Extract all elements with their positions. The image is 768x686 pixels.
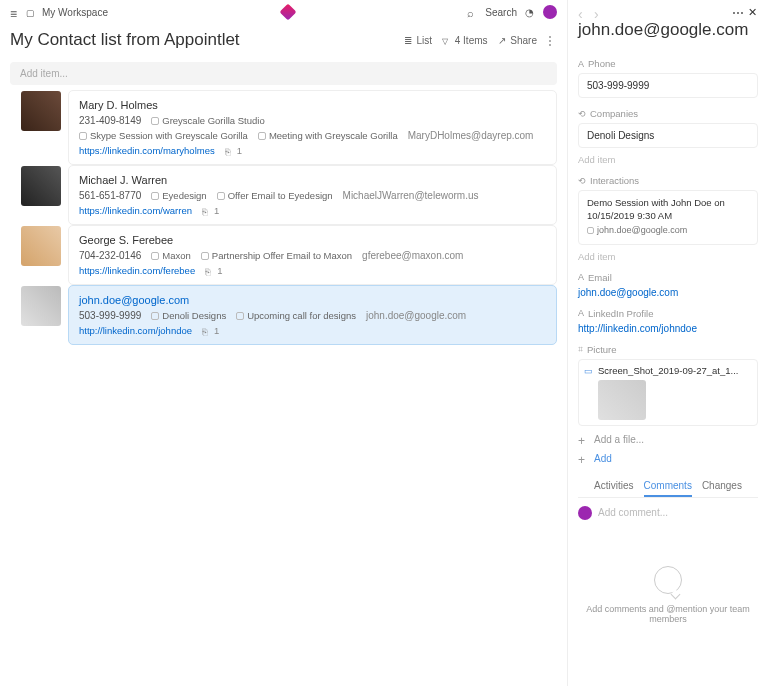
user-avatar[interactable] xyxy=(543,5,557,19)
attachment-badge: 1 xyxy=(225,145,242,156)
share-button[interactable]: Share xyxy=(498,35,537,46)
tab-activities[interactable]: Activities xyxy=(594,480,633,497)
contact-company: Greyscale Gorilla Studio xyxy=(151,115,264,126)
avatar xyxy=(21,91,61,131)
contact-linkedin[interactable]: https://linkedin.com/maryholmes xyxy=(79,145,215,156)
contact-event: Upcoming call for designs xyxy=(236,310,356,321)
interaction-text: Demo Session with John Doe on 10/15/2019… xyxy=(587,197,749,222)
empty-comments-text: Add comments and @mention your team memb… xyxy=(578,604,758,624)
picture-filename: Screen_Shot_2019-09-27_at_1... xyxy=(598,365,739,376)
field-label-interactions: ⟲Interactions xyxy=(578,175,758,186)
plus-icon xyxy=(578,453,588,463)
contact-linkedin[interactable]: https://linkedin.com/ferebee xyxy=(79,265,195,276)
contact-email: MaryDHolmes@dayrep.com xyxy=(408,130,534,141)
interaction-field[interactable]: Demo Session with John Doe on 10/15/2019… xyxy=(578,190,758,244)
contact-linkedin[interactable]: http://linkedin.com/johndoe xyxy=(79,325,192,336)
comment-bubble-icon xyxy=(654,566,682,594)
empty-comments: Add comments and @mention your team memb… xyxy=(578,556,758,624)
contact-name: Michael J. Warren xyxy=(79,174,546,186)
detail-tabs: Activities Comments Changes xyxy=(578,480,758,498)
email-field[interactable]: john.doe@google.com xyxy=(578,287,758,298)
attachment-badge: 1 xyxy=(202,325,219,336)
contact-event: Partnership Offer Email to Maxon xyxy=(201,250,352,261)
view-list[interactable]: List xyxy=(404,35,432,46)
attachment-badge: 1 xyxy=(202,205,219,216)
field-label-linkedin: ALinkedIn Profile xyxy=(578,308,758,319)
bell-icon[interactable] xyxy=(525,7,535,17)
phone-field[interactable]: 503-999-9999 xyxy=(578,73,758,98)
add-property-button[interactable]: Add xyxy=(578,453,758,464)
company-field[interactable]: Denoli Designs xyxy=(578,123,758,148)
contact-email: john.doe@google.com xyxy=(366,310,466,321)
avatar xyxy=(21,286,61,326)
contact-event: Offer Email to Eyedesign xyxy=(217,190,333,201)
field-label-phone: APhone xyxy=(578,58,758,69)
tab-changes[interactable]: Changes xyxy=(702,480,742,497)
page-title: My Contact list from Appointlet xyxy=(10,30,404,50)
contact-name: Mary D. Holmes xyxy=(79,99,546,111)
plus-icon xyxy=(578,434,588,444)
tab-comments[interactable]: Comments xyxy=(644,480,692,497)
close-icon[interactable] xyxy=(748,6,758,16)
prev-icon[interactable] xyxy=(578,6,588,16)
contact-email: gferebee@maxon.com xyxy=(362,250,463,261)
more-icon[interactable] xyxy=(547,35,557,45)
contact-card[interactable]: Mary D. Holmes 231-409-8149 Greyscale Go… xyxy=(68,90,557,165)
picture-field[interactable]: Screen_Shot_2019-09-27_at_1... xyxy=(578,359,758,426)
avatar xyxy=(21,166,61,206)
contact-name: john.doe@google.com xyxy=(79,294,546,306)
menu-icon[interactable] xyxy=(10,7,20,17)
linkedin-field[interactable]: http://linkedin.com/johndoe xyxy=(578,323,758,334)
commenter-avatar xyxy=(578,506,592,520)
add-company[interactable]: Add item xyxy=(578,154,758,165)
contact-card[interactable]: Michael J. Warren 561-651-8770 Eyedesign… xyxy=(68,165,557,225)
add-item-input[interactable]: Add item... xyxy=(10,62,557,85)
picture-thumbnail xyxy=(598,380,646,420)
next-icon[interactable] xyxy=(594,6,604,16)
folder-icon xyxy=(26,7,36,17)
detail-title: john.doe@google.com xyxy=(578,20,758,40)
search-label[interactable]: Search xyxy=(485,7,517,18)
contact-card[interactable]: George S. Ferebee 704-232-0146 Maxon Par… xyxy=(68,225,557,285)
more-icon[interactable] xyxy=(732,6,742,16)
contact-company: Eyedesign xyxy=(151,190,206,201)
contact-phone: 503-999-9999 xyxy=(79,310,141,321)
comment-input[interactable]: Add comment... xyxy=(598,507,668,518)
contact-phone: 561-651-8770 xyxy=(79,190,141,201)
avatar xyxy=(21,226,61,266)
contact-event: Skype Session with Greyscale Gorilla xyxy=(79,130,248,141)
items-count[interactable]: 4 Items xyxy=(442,35,488,46)
contact-event: Meeting with Greyscale Gorilla xyxy=(258,130,398,141)
add-interaction[interactable]: Add item xyxy=(578,251,758,262)
contact-linkedin[interactable]: https://linkedin.com/warren xyxy=(79,205,192,216)
topbar: My Workspace Search xyxy=(0,0,567,24)
contact-phone: 704-232-0146 xyxy=(79,250,141,261)
contact-company: Denoli Designs xyxy=(151,310,226,321)
add-file-button[interactable]: Add a file... xyxy=(578,434,758,445)
workspace-name[interactable]: My Workspace xyxy=(42,7,108,18)
detail-panel: john.doe@google.com APhone 503-999-9999 … xyxy=(568,0,768,686)
field-label-email: AEmail xyxy=(578,272,758,283)
file-icon xyxy=(584,365,594,375)
attachment-badge: 1 xyxy=(205,265,222,276)
contact-card[interactable]: john.doe@google.com 503-999-9999 Denoli … xyxy=(68,285,557,345)
contact-company: Maxon xyxy=(151,250,191,261)
logo-icon xyxy=(279,4,296,21)
contact-email: MichaelJWarren@teleworm.us xyxy=(343,190,479,201)
search-icon[interactable] xyxy=(467,7,477,17)
field-label-companies: ⟲Companies xyxy=(578,108,758,119)
contact-name: George S. Ferebee xyxy=(79,234,546,246)
field-label-picture: ⌗Picture xyxy=(578,344,758,355)
contact-phone: 231-409-8149 xyxy=(79,115,141,126)
interaction-sub: john.doe@google.com xyxy=(587,225,687,237)
